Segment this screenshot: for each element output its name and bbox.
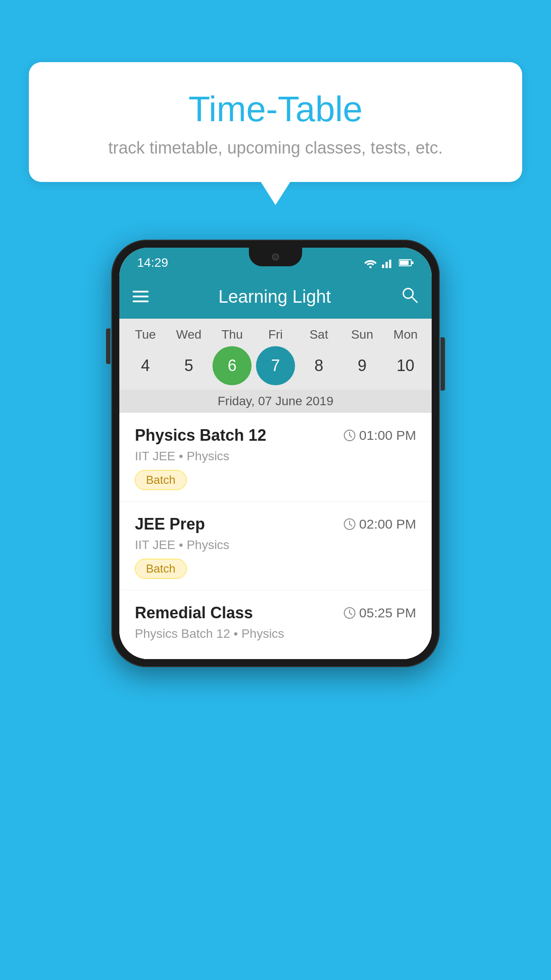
- calendar-section: Tue Wed Thu Fri Sat Sun Mon 4 5 6 7 8 9 …: [119, 319, 432, 413]
- svg-line-14: [350, 524, 352, 526]
- class-item-1-header: Physics Batch 12 01:00 PM: [135, 426, 416, 445]
- day-7-selected[interactable]: 7: [256, 346, 295, 385]
- day-10[interactable]: 10: [386, 346, 425, 385]
- day-label-thu: Thu: [213, 328, 252, 342]
- class-item-3-header: Remedial Class 05:25 PM: [135, 604, 416, 622]
- battery-icon: [399, 259, 414, 267]
- class-item-1[interactable]: Physics Batch 12 01:00 PM IIT JEE • Phys…: [119, 413, 432, 502]
- day-4[interactable]: 4: [126, 346, 165, 385]
- bubble-title: Time-Table: [51, 89, 500, 130]
- clock-icon-1: [343, 429, 356, 442]
- app-bar: Learning Light: [119, 274, 432, 319]
- class-meta-3: Physics Batch 12 • Physics: [135, 627, 416, 641]
- class-name-2: JEE Prep: [135, 515, 205, 533]
- svg-point-7: [403, 288, 413, 298]
- app-title: Learning Light: [162, 287, 387, 307]
- hamburger-button[interactable]: [133, 291, 149, 302]
- day-label-sat: Sat: [299, 328, 338, 342]
- wifi-icon: [363, 257, 378, 268]
- day-names-row: Tue Wed Thu Fri Sat Sun Mon: [119, 325, 432, 344]
- speech-bubble-section: Time-Table track timetable, upcoming cla…: [29, 62, 522, 182]
- class-name-1: Physics Batch 12: [135, 426, 266, 445]
- status-time: 14:29: [137, 256, 168, 270]
- phone-screen: 14:29: [119, 248, 432, 659]
- day-label-fri: Fri: [256, 328, 295, 342]
- svg-rect-6: [412, 261, 413, 264]
- svg-point-0: [370, 266, 372, 269]
- class-item-3[interactable]: Remedial Class 05:25 PM Physics Batch 12…: [119, 590, 432, 659]
- svg-rect-1: [382, 265, 384, 268]
- class-item-2-header: JEE Prep 02:00 PM: [135, 515, 416, 533]
- class-item-2[interactable]: JEE Prep 02:00 PM IIT JEE • Physics Batc…: [119, 502, 432, 590]
- svg-rect-3: [389, 260, 391, 268]
- class-time-1: 01:00 PM: [343, 428, 416, 443]
- svg-rect-5: [400, 261, 409, 265]
- day-label-sun: Sun: [342, 328, 382, 342]
- class-name-3: Remedial Class: [135, 604, 253, 622]
- day-numbers-row: 4 5 6 7 8 9 10: [119, 344, 432, 390]
- search-icon[interactable]: [401, 286, 418, 308]
- classes-list: Physics Batch 12 01:00 PM IIT JEE • Phys…: [119, 413, 432, 659]
- day-label-tue: Tue: [126, 328, 165, 342]
- svg-line-8: [412, 297, 417, 302]
- class-meta-2: IIT JEE • Physics: [135, 538, 416, 552]
- selected-date-label: Friday, 07 June 2019: [119, 390, 432, 413]
- day-label-wed: Wed: [169, 328, 209, 342]
- phone-notch: [249, 248, 302, 266]
- status-icons: [363, 257, 414, 268]
- front-camera: [272, 253, 279, 261]
- day-5[interactable]: 5: [169, 346, 209, 385]
- batch-badge-1: Batch: [135, 470, 187, 490]
- phone-outer: 14:29: [111, 240, 440, 667]
- svg-line-17: [350, 613, 352, 615]
- class-meta-1: IIT JEE • Physics: [135, 449, 416, 463]
- day-9[interactable]: 9: [342, 346, 382, 385]
- class-time-3: 05:25 PM: [343, 605, 416, 620]
- svg-rect-2: [386, 262, 388, 268]
- clock-icon-3: [343, 607, 356, 619]
- day-label-mon: Mon: [386, 328, 425, 342]
- class-time-2: 02:00 PM: [343, 517, 416, 532]
- signal-icon: [382, 257, 394, 268]
- speech-bubble: Time-Table track timetable, upcoming cla…: [29, 62, 522, 182]
- day-8[interactable]: 8: [299, 346, 338, 385]
- day-6-today[interactable]: 6: [213, 346, 252, 385]
- batch-badge-2: Batch: [135, 559, 187, 579]
- bubble-subtitle: track timetable, upcoming classes, tests…: [51, 138, 500, 158]
- clock-icon-2: [343, 518, 356, 530]
- phone-mockup: 14:29: [111, 240, 440, 667]
- svg-line-11: [350, 435, 352, 437]
